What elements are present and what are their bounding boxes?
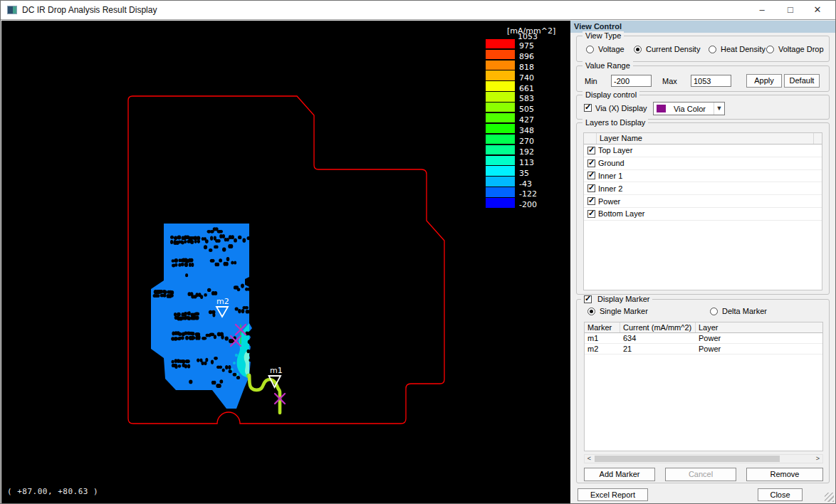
col-current[interactable]: Current (mA/mm^2)	[620, 322, 696, 332]
legend-entry: 896	[486, 49, 537, 60]
layer-row-top-layer[interactable]: Top Layer	[584, 145, 822, 157]
legend-swatch	[486, 70, 515, 80]
legend-swatch	[486, 113, 515, 122]
legend-entry: 740	[486, 70, 537, 81]
legend-value: 270	[519, 137, 534, 146]
via-color-swatch	[657, 105, 666, 112]
layer-row-ground[interactable]: Ground	[584, 157, 822, 170]
radio-voltage[interactable]: Voltage	[586, 45, 625, 53]
pcb-render-canvas[interactable]: m2 m1 [mA/mm^2] 1053 9758968187406615835…	[1, 21, 570, 503]
legend-swatch	[486, 166, 515, 175]
legend-value: 192	[519, 147, 534, 157]
current-density-plane	[151, 224, 252, 409]
min-input[interactable]	[611, 75, 652, 87]
layer-name: Bottom Layer	[595, 209, 647, 218]
default-button[interactable]: Default	[784, 74, 820, 88]
scrollbar-thumb[interactable]	[595, 456, 780, 462]
excel-report-button[interactable]: Excel Report	[578, 488, 648, 501]
legend-value: 348	[519, 126, 534, 135]
scroll-right-icon[interactable]: >	[813, 455, 822, 463]
layers-name-column[interactable]: Layer Name	[597, 133, 814, 144]
cell: 21	[620, 345, 696, 353]
col-marker[interactable]: Marker	[585, 322, 620, 332]
close-button[interactable]: Close	[758, 488, 803, 501]
via-color-combo[interactable]: Via Color ▼	[653, 102, 725, 115]
layer-checkbox[interactable]	[587, 184, 595, 192]
marker-m1[interactable]: m1	[269, 366, 283, 387]
single-marker-radio[interactable]: Single Marker	[587, 307, 648, 315]
display-control-group: Display control Via (X) Display Via Colo…	[576, 95, 830, 120]
layer-checkbox[interactable]	[587, 159, 595, 167]
display-marker-checkbox[interactable]	[584, 295, 592, 303]
layer-checkbox[interactable]	[587, 197, 595, 205]
max-input[interactable]	[691, 75, 731, 87]
marker-table-hscrollbar[interactable]: < >	[584, 454, 823, 463]
legend-swatch	[486, 61, 515, 70]
layer-row-inner-1[interactable]: Inner 1	[584, 170, 822, 183]
layer-name: Power	[595, 197, 623, 206]
legend-entry: -43	[486, 177, 537, 187]
add-marker-button[interactable]: Add Marker	[584, 468, 655, 481]
legend-entry: 818	[486, 60, 537, 70]
marker-table: Marker Current (mA/mm^2) Layer m1634Powe…	[584, 322, 823, 451]
legend-value: 661	[519, 84, 534, 93]
cell: m2	[585, 345, 620, 353]
app-icon	[7, 6, 17, 14]
resize-grip[interactable]	[825, 493, 834, 502]
layers-listview: Layer Name Top LayerGroundInner 1Inner 2…	[583, 132, 822, 290]
radio-voltage-drop[interactable]: Voltage Drop	[766, 45, 824, 53]
legend-entry: 583	[486, 91, 537, 102]
legend-swatch	[486, 177, 515, 186]
legend-swatch	[486, 50, 515, 59]
layer-row-bottom-layer[interactable]: Bottom Layer	[584, 208, 822, 221]
legend-swatch	[486, 124, 515, 133]
legend-entry: 427	[486, 112, 537, 123]
legend-swatch	[486, 135, 515, 144]
combo-dropdown-icon[interactable]: ▼	[714, 103, 724, 115]
col-layer[interactable]: Layer	[696, 322, 822, 332]
legend-value: 505	[519, 105, 534, 114]
legend-entry: 505	[486, 102, 537, 112]
marker-table-rows: m1634Powerm221Power	[585, 333, 822, 355]
maximize-button[interactable]: □	[777, 1, 804, 19]
layer-name: Top Layer	[595, 146, 635, 154]
cell: 634	[620, 334, 696, 342]
view-control-panel: View Control View Type VoltageCurrent De…	[570, 21, 835, 503]
remove-button[interactable]: Remove	[746, 468, 823, 481]
legend-entry: 35	[486, 166, 537, 177]
marker-row-m1[interactable]: m1634Power	[585, 333, 822, 344]
apply-button[interactable]: Apply	[746, 74, 782, 88]
legend-value: -43	[519, 179, 532, 189]
layers-check-column	[584, 133, 597, 144]
scroll-left-icon[interactable]: <	[585, 455, 594, 463]
cancel-button[interactable]: Cancel	[665, 468, 736, 481]
max-label: Max	[662, 77, 677, 85]
display-control-legend: Display control	[582, 90, 639, 99]
via-display-label: Via (X) Display	[595, 104, 647, 112]
legend-value: 896	[519, 52, 534, 61]
layers-group: Layers to Display Layer Name Top LayerGr…	[576, 122, 830, 295]
marker-row-m2[interactable]: m221Power	[585, 344, 822, 355]
layer-checkbox[interactable]	[587, 172, 595, 179]
layer-checkbox[interactable]	[587, 147, 595, 154]
close-window-button[interactable]: ✕	[804, 1, 831, 19]
radio-current-density[interactable]: Current Density	[634, 45, 700, 53]
delta-marker-radio[interactable]: Delta Marker	[710, 307, 767, 315]
layers-legend: Layers to Display	[582, 118, 648, 127]
legend-entry: 348	[486, 123, 537, 134]
legend-swatch	[486, 187, 515, 196]
legend-swatch	[486, 156, 515, 165]
legend-value: 975	[519, 41, 534, 51]
cell: Power	[696, 345, 822, 353]
layer-row-power[interactable]: Power	[584, 195, 822, 208]
minimize-button[interactable]: –	[748, 1, 775, 19]
layer-checkbox[interactable]	[587, 210, 595, 218]
display-marker-label: Display Marker	[597, 295, 649, 303]
layer-row-inner-2[interactable]: Inner 2	[584, 182, 822, 195]
legend-entry: 192	[486, 145, 537, 155]
legend-entry: -122	[486, 187, 537, 197]
radio-heat-density[interactable]: Heat Density	[709, 45, 766, 53]
marker-m1-label: m1	[270, 366, 283, 375]
marker-table-header: Marker Current (mA/mm^2) Layer	[585, 322, 822, 333]
via-display-checkbox[interactable]	[584, 104, 592, 112]
